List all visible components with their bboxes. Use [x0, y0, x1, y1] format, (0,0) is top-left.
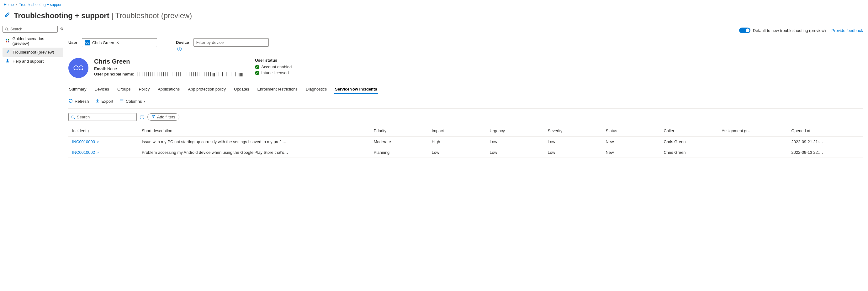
- breadcrumb-current[interactable]: Troubleshooting + support: [19, 2, 62, 7]
- user-filter-group: User CG Chris Green ✕: [68, 38, 157, 47]
- upn-label: User principal name: [94, 72, 133, 76]
- export-button[interactable]: Export: [95, 99, 114, 104]
- tab-app-protection[interactable]: App protection policy: [187, 85, 226, 94]
- tab-devices[interactable]: Devices: [94, 85, 110, 94]
- collapse-sidebar-button[interactable]: [60, 26, 63, 31]
- cell-urgency: Low: [486, 147, 544, 158]
- col-opened[interactable]: Opened at: [787, 125, 863, 137]
- search-info-icon[interactable]: i: [140, 115, 144, 119]
- sidebar-item-label: Guided scenarios (preview): [12, 36, 61, 46]
- col-status[interactable]: Status: [602, 125, 660, 137]
- cell-short-desc: Issue with my PC not starting up correct…: [138, 137, 370, 147]
- export-icon: [95, 99, 100, 104]
- sidebar-search-input[interactable]: Search: [2, 26, 58, 33]
- sidebar-item-help[interactable]: Help and support: [2, 57, 63, 66]
- refresh-label: Refresh: [74, 99, 89, 104]
- provide-feedback-link[interactable]: Provide feedback: [832, 28, 863, 33]
- cell-caller: Chris Green: [660, 137, 718, 147]
- cell-severity: Low: [544, 147, 602, 158]
- col-impact[interactable]: Impact: [428, 125, 486, 137]
- sidebar-search-placeholder: Search: [10, 27, 22, 31]
- tab-updates[interactable]: Updates: [233, 85, 250, 94]
- sort-down-icon: ↓: [88, 129, 90, 133]
- col-priority[interactable]: Priority: [370, 125, 428, 137]
- cell-opened: 2022-09-13 22:…: [787, 147, 863, 158]
- add-filters-button[interactable]: Add filters: [147, 113, 179, 120]
- sidebar: Search Guided scenarios (preview) Troubl…: [0, 25, 66, 158]
- tab-applications[interactable]: Applications: [157, 85, 180, 94]
- cell-urgency: Low: [486, 137, 544, 147]
- col-incident[interactable]: Incident↓: [68, 125, 138, 137]
- tab-groups[interactable]: Groups: [117, 85, 131, 94]
- page-subtitle: | Troubleshoot (preview): [111, 11, 192, 20]
- device-info-icon[interactable]: i: [177, 47, 182, 51]
- table-header-row: Incident↓ Short description Priority Imp…: [68, 125, 863, 137]
- external-link-icon: ↗: [96, 151, 99, 154]
- incident-link[interactable]: INC0010003↗: [68, 137, 138, 147]
- page-header: Troubleshooting + support | Troubleshoot…: [0, 9, 868, 25]
- device-filter-input[interactable]: Filter by device: [193, 38, 269, 47]
- tab-diagnostics[interactable]: Diagnostics: [305, 85, 328, 94]
- incident-link[interactable]: INC0010002↗: [68, 147, 138, 158]
- main-content: Default to new troubleshooting (preview)…: [66, 25, 868, 158]
- columns-icon: [120, 99, 124, 104]
- search-icon: [5, 27, 8, 31]
- chevron-down-icon: ▾: [144, 100, 145, 103]
- upn-barcode: ||||||||||||||| ||||| |||||||| |||||||||…: [137, 72, 243, 76]
- tab-summary[interactable]: Summary: [68, 85, 87, 94]
- cell-short-desc: Problem accessing my Android device when…: [138, 147, 370, 158]
- columns-button[interactable]: Columns ▾: [120, 99, 145, 104]
- table-row[interactable]: INC0010002↗ Problem accessing my Android…: [68, 147, 863, 158]
- col-severity[interactable]: Severity: [544, 125, 602, 137]
- tab-servicenow[interactable]: ServiceNow incidents: [334, 85, 377, 94]
- device-placeholder: Filter by device: [196, 40, 224, 45]
- sidebar-item-label: Troubleshoot (preview): [12, 50, 54, 54]
- col-urgency[interactable]: Urgency: [486, 125, 544, 137]
- clear-user-icon[interactable]: ✕: [116, 40, 120, 45]
- tab-policy[interactable]: Policy: [138, 85, 151, 94]
- incidents-table: Incident↓ Short description Priority Imp…: [68, 125, 863, 158]
- troubleshoot-small-icon: [5, 49, 10, 55]
- cell-severity: Low: [544, 137, 602, 147]
- breadcrumb: Home › Troubleshooting + support: [0, 0, 868, 9]
- cell-impact: Low: [428, 147, 486, 158]
- more-actions-button[interactable]: ⋯: [197, 12, 203, 19]
- cell-assignment: [718, 137, 787, 147]
- toggle-switch[interactable]: [739, 28, 750, 33]
- page-title: Troubleshooting + support: [14, 11, 110, 20]
- add-filters-label: Add filters: [157, 115, 175, 119]
- email-label: Email: [94, 66, 105, 71]
- table-toolbar: Refresh Export Columns ▾: [68, 94, 863, 108]
- cell-status: New: [602, 137, 660, 147]
- col-short-desc[interactable]: Short description: [138, 125, 370, 137]
- refresh-button[interactable]: Refresh: [68, 99, 89, 104]
- col-caller[interactable]: Caller: [660, 125, 718, 137]
- toggle-row: Default to new troubleshooting (preview)…: [68, 26, 863, 37]
- refresh-icon: [68, 99, 73, 104]
- table-search-input[interactable]: Search: [68, 113, 137, 121]
- device-filter-group: Device i Filter by device: [176, 38, 269, 51]
- svg-point-0: [5, 16, 7, 17]
- user-avatar: CG: [68, 58, 88, 78]
- svg-line-2: [7, 30, 8, 31]
- user-filter-input[interactable]: CG Chris Green ✕: [82, 38, 157, 47]
- filter-icon: [151, 115, 155, 119]
- toggle-label: Default to new troubleshooting (preview): [753, 28, 826, 33]
- user-card: CG Chris Green Email: None User principa…: [68, 55, 863, 84]
- sidebar-item-troubleshoot[interactable]: Troubleshoot (preview): [2, 48, 63, 57]
- table-filter-bar: Search i Add filters: [68, 109, 863, 125]
- filter-row: User CG Chris Green ✕ Device i Filter by…: [68, 37, 863, 55]
- breadcrumb-home[interactable]: Home: [4, 2, 14, 7]
- external-link-icon: ↗: [96, 140, 99, 144]
- svg-line-8: [74, 118, 74, 119]
- check-icon: ✓: [255, 71, 259, 75]
- troubleshoot-icon: [4, 11, 11, 20]
- status-account-enabled: Account enabled: [261, 65, 291, 69]
- cell-caller: Chris Green: [660, 147, 718, 158]
- guided-icon: [5, 39, 10, 44]
- user-name: Chris Green: [94, 58, 242, 65]
- tab-enrollment[interactable]: Enrollment restrictions: [256, 85, 298, 94]
- col-assignment[interactable]: Assignment gr…: [718, 125, 787, 137]
- sidebar-item-guided-scenarios[interactable]: Guided scenarios (preview): [2, 34, 63, 48]
- table-row[interactable]: INC0010003↗ Issue with my PC not startin…: [68, 137, 863, 147]
